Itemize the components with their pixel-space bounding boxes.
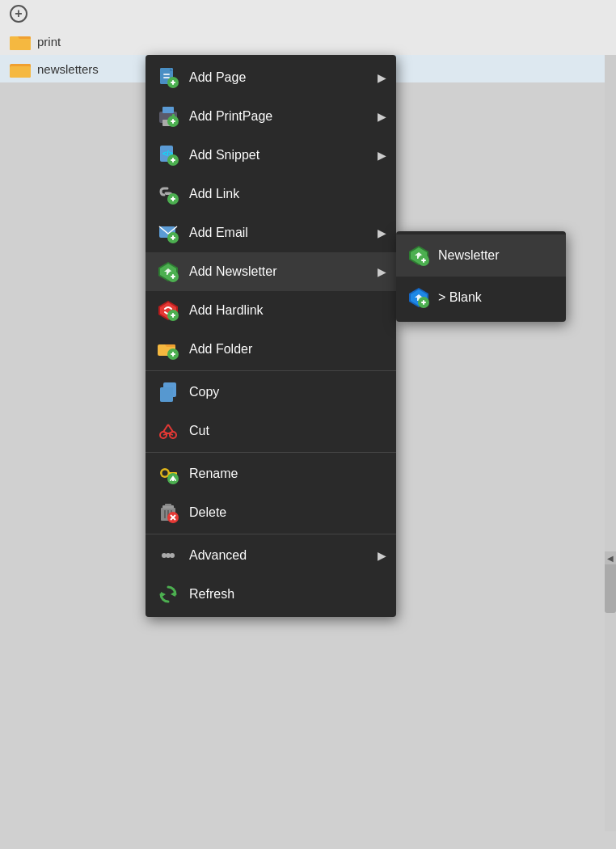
menu-item-add-newsletter-label: Add Newsletter — [189, 264, 277, 279]
tree-item-print[interactable]: print — [0, 27, 616, 55]
svg-rect-27 — [172, 196, 174, 201]
menu-divider-2 — [146, 452, 396, 453]
folder-icon — [10, 32, 31, 50]
menu-item-rename[interactable]: Rename — [146, 454, 396, 493]
svg-rect-41 — [172, 313, 174, 318]
submenu-item-newsletter-label: Newsletter — [438, 248, 500, 263]
menu-item-advanced-label: Advanced — [189, 548, 247, 563]
svg-rect-24 — [172, 158, 174, 163]
menu-item-add-hardlink[interactable]: Add Hardlink — [146, 291, 396, 330]
menu-item-delete[interactable]: Delete — [146, 493, 396, 532]
submenu-item-blank[interactable]: > Blank — [396, 277, 566, 319]
add-circle-icon: + — [10, 5, 27, 23]
add-newsletter-icon — [157, 260, 179, 283]
newsletter-submenu-icon — [407, 244, 430, 267]
add-link-icon — [157, 183, 179, 205]
svg-marker-73 — [171, 591, 175, 597]
blank-submenu-icon — [407, 286, 430, 309]
arrow-icon: ▶ — [378, 71, 386, 84]
svg-rect-48 — [160, 387, 173, 402]
rename-icon — [157, 463, 179, 485]
menu-item-delete-label: Delete — [189, 505, 226, 520]
svg-rect-9 — [163, 77, 170, 78]
refresh-icon — [157, 583, 179, 606]
submenu-item-blank-label: > Blank — [438, 290, 482, 305]
add-hardlink-icon — [157, 299, 179, 322]
arrow-icon: ▶ — [378, 110, 386, 123]
menu-item-add-page-label: Add Page — [189, 70, 246, 85]
svg-rect-31 — [172, 235, 174, 240]
add-email-icon — [157, 222, 179, 244]
svg-rect-8 — [163, 74, 170, 75]
tree-item-print-label: print — [37, 35, 61, 49]
menu-item-add-link-label: Add Link — [189, 187, 239, 201]
menu-item-add-snippet[interactable]: </> Add Snippet ▶ — [146, 136, 396, 175]
menu-item-add-printpage-label: Add PrintPage — [189, 109, 272, 124]
arrow-icon: ▶ — [378, 226, 386, 239]
add-new-button[interactable]: + — [0, 0, 616, 27]
svg-line-51 — [163, 424, 168, 432]
advanced-icon — [157, 544, 179, 567]
menu-divider-3 — [146, 534, 396, 534]
menu-item-add-newsletter[interactable]: Add Newsletter ▶ — [146, 252, 396, 291]
menu-item-refresh-label: Refresh — [189, 587, 234, 602]
svg-point-72 — [170, 553, 175, 558]
arrow-icon: ▶ — [378, 549, 386, 562]
add-snippet-icon: </> — [157, 144, 179, 167]
menu-item-add-page[interactable]: Add Page ▶ — [146, 58, 396, 97]
svg-point-56 — [162, 471, 168, 476]
menu-item-copy-label: Copy — [189, 385, 219, 399]
svg-rect-36 — [172, 274, 174, 279]
submenu-item-newsletter[interactable]: Newsletter — [396, 234, 566, 277]
submenu-newsletter: Newsletter > Blank — [396, 231, 566, 322]
menu-divider-1 — [146, 370, 396, 371]
menu-item-cut-label: Cut — [189, 424, 209, 438]
menu-item-advanced[interactable]: Advanced ▶ — [146, 536, 396, 575]
scrollbar-thumb[interactable] — [605, 556, 616, 613]
menu-item-add-link[interactable]: Add Link — [146, 175, 396, 213]
delete-icon — [157, 501, 179, 524]
svg-rect-12 — [172, 80, 174, 85]
menu-item-cut[interactable]: Cut — [146, 412, 396, 450]
copy-icon — [157, 381, 179, 403]
menu-item-add-folder[interactable]: Add Folder — [146, 330, 396, 369]
svg-rect-4 — [10, 66, 31, 78]
menu-item-add-email-label: Add Email — [189, 226, 248, 240]
svg-rect-79 — [423, 258, 424, 263]
add-page-icon — [157, 66, 179, 89]
svg-rect-63 — [165, 504, 171, 506]
tree-item-newsletters-label: newsletters — [37, 62, 99, 76]
svg-marker-74 — [161, 592, 166, 598]
menu-item-add-email[interactable]: Add Email ▶ — [146, 213, 396, 252]
svg-rect-84 — [423, 300, 424, 305]
menu-item-add-snippet-label: Add Snippet — [189, 148, 259, 163]
menu-item-add-hardlink-label: Add Hardlink — [189, 303, 264, 318]
menu-item-add-printpage[interactable]: Add PrintPage ▶ — [146, 97, 396, 136]
add-printpage-icon — [157, 105, 179, 128]
svg-rect-45 — [172, 352, 174, 357]
folder-icon-newsletters — [10, 60, 31, 78]
svg-rect-19 — [172, 119, 174, 124]
svg-rect-14 — [162, 107, 174, 113]
arrow-icon: ▶ — [378, 149, 386, 162]
menu-item-rename-label: Rename — [189, 467, 238, 481]
context-menu: Add Page ▶ Add PrintPage ▶ </> — [146, 55, 396, 617]
add-folder-icon — [157, 338, 179, 361]
arrow-icon: ▶ — [378, 265, 386, 278]
menu-item-copy[interactable]: Copy — [146, 373, 396, 412]
menu-item-refresh[interactable]: Refresh — [146, 575, 396, 614]
scrollbar-track[interactable]: ◀ — [605, 55, 616, 831]
scrollbar-arrow[interactable]: ◀ — [605, 551, 616, 564]
svg-line-52 — [168, 424, 173, 432]
svg-rect-2 — [10, 39, 31, 50]
cut-icon — [157, 420, 179, 442]
menu-item-add-folder-label: Add Folder — [189, 342, 252, 357]
